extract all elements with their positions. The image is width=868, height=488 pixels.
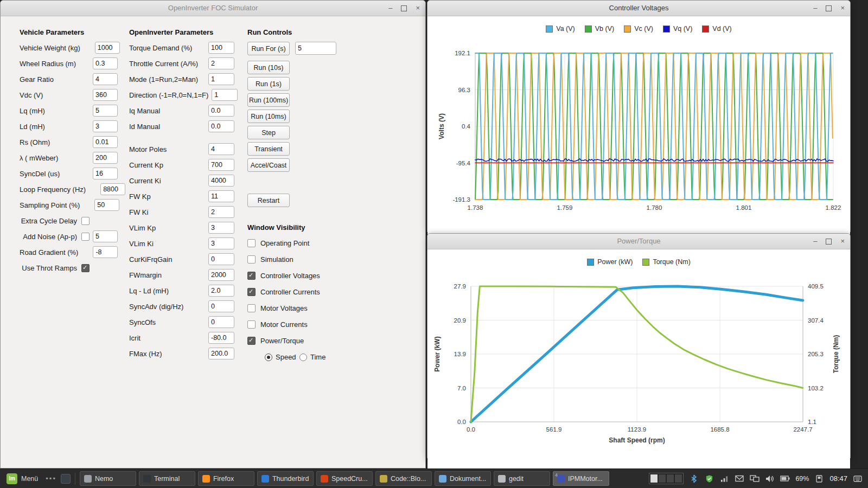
- run-button[interactable]: Run (1s): [247, 77, 290, 91]
- param-input[interactable]: 4000: [208, 175, 234, 187]
- param-input[interactable]: 0.0: [208, 120, 234, 132]
- param-input[interactable]: 2: [208, 206, 234, 218]
- visibility-item[interactable]: Power/Torque: [247, 335, 378, 346]
- visibility-checkbox[interactable]: [247, 239, 256, 247]
- param-input[interactable]: 0.3: [93, 57, 118, 69]
- param-input[interactable]: 4: [208, 143, 234, 155]
- param-input[interactable]: 16: [93, 168, 118, 179]
- volume-icon[interactable]: [765, 474, 775, 484]
- use-throt-ramps-checkbox[interactable]: [81, 264, 90, 272]
- legend-item[interactable]: Vq (V): [663, 25, 692, 33]
- visibility-checkbox[interactable]: [247, 272, 256, 280]
- param-input[interactable]: 0.0: [208, 105, 234, 117]
- workspace-3[interactable]: [667, 474, 674, 483]
- param-input[interactable]: 5: [93, 105, 118, 117]
- run-button[interactable]: Run (100ms): [247, 93, 290, 107]
- radio-icon[interactable]: [265, 354, 272, 361]
- clock[interactable]: 08:47: [829, 474, 847, 483]
- visibility-checkbox[interactable]: [247, 255, 256, 264]
- param-input[interactable]: 8800: [100, 183, 125, 195]
- param-input[interactable]: 3: [208, 237, 234, 249]
- param-input[interactable]: 0: [208, 300, 234, 312]
- param-input[interactable]: 0.01: [93, 136, 118, 148]
- run-button[interactable]: Run (10s): [247, 61, 290, 74]
- road-gradient-input[interactable]: -8: [93, 246, 118, 258]
- visibility-item[interactable]: Controller Currents: [247, 286, 378, 298]
- taskbar-window-button[interactable]: Nemo: [80, 471, 136, 486]
- controller-voltages-chart[interactable]: 192.196.30.4-95.4-191.31.7381.7591.7801.…: [427, 39, 850, 230]
- displays-icon[interactable]: [750, 474, 760, 484]
- workspace-2[interactable]: [659, 474, 666, 483]
- param-input[interactable]: 3: [93, 120, 118, 132]
- close-icon[interactable]: ×: [840, 4, 845, 12]
- removable-media-icon[interactable]: [814, 474, 824, 484]
- close-icon[interactable]: ×: [416, 4, 420, 12]
- radio-speed[interactable]: Speed: [265, 353, 299, 361]
- visibility-checkbox[interactable]: [247, 304, 256, 312]
- param-input[interactable]: 200: [93, 152, 118, 164]
- keyboard-layout-icon[interactable]: [853, 474, 863, 484]
- battery-icon[interactable]: [780, 474, 790, 484]
- add-noise-checkbox[interactable]: [81, 233, 90, 241]
- radio-time[interactable]: Time: [299, 353, 326, 361]
- minimize-icon[interactable]: –: [813, 237, 817, 245]
- taskbar-window-button[interactable]: SpeedCru...: [316, 471, 373, 486]
- param-input[interactable]: 3: [208, 222, 234, 234]
- close-icon[interactable]: ×: [840, 237, 845, 245]
- param-input[interactable]: 0: [208, 316, 234, 328]
- visibility-checkbox[interactable]: [247, 288, 256, 296]
- visibility-checkbox[interactable]: [247, 337, 256, 345]
- maximize-icon[interactable]: [826, 5, 832, 11]
- bluetooth-icon[interactable]: [689, 474, 699, 484]
- panel-dots-icon[interactable]: •••: [46, 474, 56, 483]
- param-input[interactable]: 1000: [95, 42, 120, 54]
- workspace-1[interactable]: [650, 474, 658, 483]
- battery-percent[interactable]: 69%: [795, 475, 809, 483]
- param-input[interactable]: 2000: [208, 269, 234, 281]
- menu-button[interactable]: lm Menü: [3, 471, 41, 487]
- param-input[interactable]: 11: [208, 190, 234, 202]
- titlebar[interactable]: Power/Torque – ×: [427, 234, 850, 249]
- legend-item[interactable]: Torque (Nm): [642, 258, 690, 266]
- add-noise-input[interactable]: 5: [93, 230, 118, 242]
- power-torque-chart[interactable]: 27.920.913.97.00.0409.5307.4205.3103.21.…: [427, 272, 850, 458]
- legend-item[interactable]: Vc (V): [624, 25, 653, 33]
- param-input[interactable]: 2.0: [208, 285, 234, 297]
- run-button[interactable]: Accel/Coast: [247, 158, 290, 172]
- param-input[interactable]: 4: [93, 73, 118, 85]
- visibility-item[interactable]: Controller Voltages: [247, 269, 378, 281]
- run-for-input[interactable]: 5: [295, 42, 336, 55]
- param-input[interactable]: 50: [94, 199, 119, 211]
- legend-item[interactable]: Vd (V): [702, 25, 731, 33]
- taskbar-window-button[interactable]: Dokument...: [435, 471, 491, 486]
- workspace-switcher[interactable]: [649, 473, 684, 484]
- taskbar-window-button[interactable]: Thunderbird: [257, 471, 314, 486]
- radio-icon[interactable]: [299, 354, 307, 361]
- run-for-button[interactable]: Run For (s): [247, 42, 290, 55]
- param-input[interactable]: 700: [208, 159, 234, 171]
- minimize-icon[interactable]: –: [813, 4, 817, 12]
- param-input[interactable]: 1: [212, 89, 238, 101]
- legend-item[interactable]: Power (kW): [587, 258, 633, 266]
- taskbar-window-button[interactable]: 4 IPMMotor...: [553, 471, 609, 486]
- taskbar-window-button[interactable]: Firefox: [198, 471, 254, 486]
- visibility-checkbox[interactable]: [247, 320, 256, 329]
- workspace-4[interactable]: [675, 474, 682, 483]
- param-input[interactable]: 0: [208, 253, 234, 265]
- maximize-icon[interactable]: [401, 5, 407, 11]
- maximize-icon[interactable]: [826, 239, 832, 245]
- run-button[interactable]: Step: [247, 126, 290, 139]
- param-input[interactable]: -80.0: [208, 332, 234, 344]
- restart-button[interactable]: Restart: [247, 194, 290, 207]
- legend-item[interactable]: Va (V): [546, 25, 575, 33]
- visibility-item[interactable]: Motor Voltages: [247, 302, 378, 314]
- minimize-icon[interactable]: –: [388, 4, 392, 12]
- param-input[interactable]: 100: [208, 42, 234, 54]
- visibility-item[interactable]: Motor Currents: [247, 318, 378, 330]
- visibility-item[interactable]: Operating Point: [247, 237, 378, 249]
- run-button[interactable]: Run (10ms): [247, 110, 290, 123]
- shield-icon[interactable]: [704, 474, 714, 484]
- param-input[interactable]: 2: [208, 57, 234, 69]
- taskbar-window-button[interactable]: Terminal: [139, 471, 195, 486]
- param-input[interactable]: 360: [93, 89, 118, 101]
